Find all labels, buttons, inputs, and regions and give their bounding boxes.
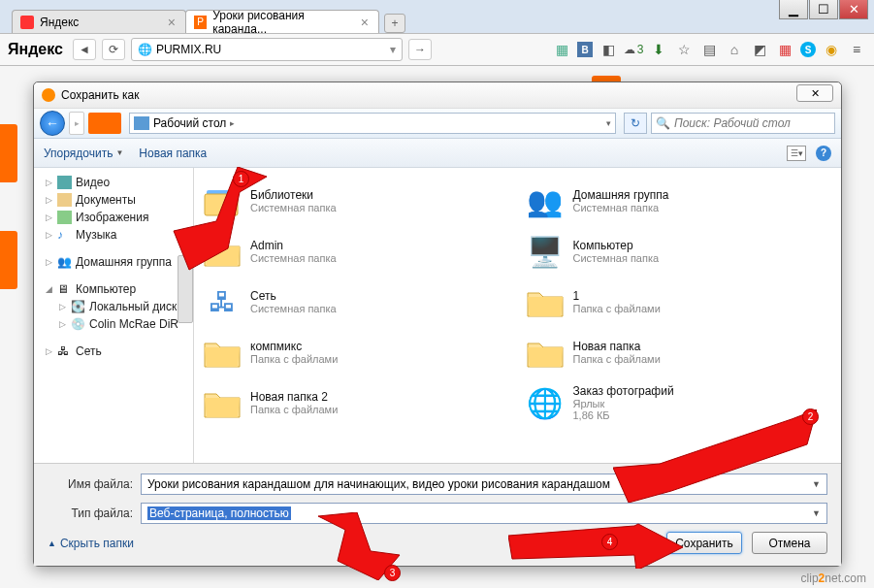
cancel-button[interactable]: Отмена	[752, 532, 827, 554]
firefox-icon	[42, 88, 55, 102]
purmix-favicon: P	[194, 16, 207, 29]
organize-button[interactable]: Упорядочить▼	[44, 147, 123, 160]
hide-folders-link[interactable]: ▲Скрыть папки	[48, 537, 134, 550]
new-folder-button[interactable]: Новая папка	[139, 147, 207, 160]
file-item[interactable]: 👥Домашняя группаСистемная папка	[523, 176, 836, 226]
home-icon[interactable]: ⌂	[725, 40, 744, 59]
filename-input[interactable]: Уроки рисования карандашом для начинающи…	[141, 474, 827, 495]
desktop-icon	[134, 116, 149, 130]
tree-item-video[interactable]: ▷Видео	[36, 174, 191, 191]
weather-icon[interactable]: ☁3	[624, 40, 643, 59]
yandex-logo[interactable]: Яндекс	[8, 41, 63, 58]
download-icon[interactable]: ⬇	[649, 40, 668, 59]
chevron-down-icon[interactable]: ▼	[812, 508, 821, 518]
nav-back-button[interactable]: ←	[40, 111, 65, 136]
chevron-down-icon[interactable]: ▼	[812, 479, 821, 489]
file-subtitle: Системная папка	[573, 252, 660, 264]
file-subtitle: Системная папка	[573, 202, 669, 213]
reload-button[interactable]: ⟳	[102, 39, 125, 60]
search-input[interactable]	[674, 116, 830, 130]
annotation-badge-3: 3	[384, 565, 401, 581]
new-tab-button[interactable]: +	[384, 14, 405, 33]
annotation-badge-2: 2	[802, 408, 819, 425]
ext-icon[interactable]: ◉	[822, 40, 841, 59]
tab-close-icon[interactable]: ×	[166, 15, 178, 30]
window-minimize[interactable]: ▁	[779, 0, 808, 19]
url-input[interactable]	[156, 43, 386, 56]
globe-icon: 🌐	[138, 43, 152, 56]
help-icon[interactable]: ?	[816, 146, 831, 161]
file-item[interactable]: 🖥️КомпьютерСистемная папка	[523, 226, 836, 277]
tree-item-documents[interactable]: ▷Документы	[36, 191, 191, 209]
ext-icon[interactable]: ▦	[552, 40, 571, 59]
dialog-close-button[interactable]: ✕	[796, 84, 833, 102]
filename-label: Имя файла:	[48, 477, 133, 491]
file-subtitle: Системная папка	[250, 252, 337, 264]
refresh-button[interactable]: ↻	[624, 113, 647, 134]
file-icon: 🖧	[202, 281, 243, 322]
file-icon	[202, 332, 243, 373]
skype-icon[interactable]: S	[800, 42, 816, 57]
dialog-bottom: Имя файла: Уроки рисования карандашом дл…	[34, 463, 841, 566]
tab-purmix[interactable]: P Уроки рисования каранда... ×	[185, 10, 379, 33]
window-close[interactable]: ✕	[839, 0, 868, 19]
tree-item-drive[interactable]: ▷💽Локальный диск	[36, 298, 191, 315]
breadcrumb-bar[interactable]: Рабочий стол ▸ ▾	[129, 113, 616, 134]
file-item[interactable]: AdminСистемная папка	[200, 226, 513, 277]
tree-item-drive[interactable]: ▷💿Colin McRae DiR	[36, 315, 191, 333]
bookmark-star-icon[interactable]: ☆	[674, 40, 694, 59]
file-name: Библиотеки	[250, 188, 337, 202]
search-box[interactable]: 🔍	[651, 113, 835, 134]
file-name: Новая папка 2	[250, 390, 338, 404]
tree-item-computer[interactable]: ◢🖥Компьютер	[36, 280, 191, 298]
file-list[interactable]: БиблиотекиСистемная папка👥Домашняя групп…	[194, 168, 841, 463]
tab-title: Уроки рисования каранда...	[212, 9, 353, 36]
file-name: 1	[573, 289, 661, 303]
file-name: Новая папка	[573, 340, 661, 353]
homegroup-icon: 👥	[57, 255, 72, 269]
tree-item-music[interactable]: ▷♪Музыка	[36, 226, 191, 244]
file-icon	[202, 180, 243, 221]
file-subtitle: Папка с файлами	[250, 353, 338, 365]
save-button[interactable]: Сохранить	[666, 532, 742, 554]
file-item[interactable]: 🖧СетьСистемная папка	[200, 277, 513, 327]
yandex-favicon	[20, 16, 34, 29]
tab-title: Яндекс	[40, 16, 79, 29]
file-icon: 🖥️	[525, 231, 566, 272]
file-item[interactable]: Новая папкаПапка с файлами	[523, 327, 836, 377]
chevron-down-icon[interactable]: ▾	[606, 118, 611, 128]
filetype-select[interactable]: Веб-страница, полностью ▼	[141, 503, 827, 524]
ext-icon[interactable]: ◩	[750, 40, 769, 59]
window-maximize[interactable]: ☐	[809, 0, 838, 19]
go-button[interactable]: →	[408, 39, 432, 60]
ext-icon[interactable]: ◧	[599, 40, 618, 59]
tab-close-icon[interactable]: ×	[359, 15, 371, 30]
address-bar[interactable]: 🌐 ▾	[131, 38, 403, 61]
vk-icon[interactable]: B	[577, 42, 593, 57]
address-bar-row: Яндекс ◄ ⟳ 🌐 ▾ → ▦ B ◧ ☁3 ⬇ ☆ ▤ ⌂ ◩ ▦ S …	[0, 33, 874, 66]
tree-scrollbar[interactable]	[178, 255, 193, 333]
file-icon	[525, 281, 566, 322]
tab-yandex[interactable]: Яндекс ×	[12, 10, 186, 33]
browser-tabstrip: Яндекс × P Уроки рисования каранда... × …	[12, 8, 767, 33]
calendar-icon[interactable]: ▦	[775, 40, 794, 59]
tree-item-network[interactable]: ▷🖧Сеть	[36, 343, 191, 360]
file-subtitle: Папка с файлами	[573, 353, 661, 365]
file-item[interactable]: 1Папка с файлами	[523, 277, 836, 327]
accent-bar	[88, 113, 121, 134]
file-icon	[202, 382, 243, 423]
dialog-titlebar[interactable]: Сохранить как ✕	[34, 82, 841, 108]
tree-item-homegroup[interactable]: ▷👥Домашняя группа	[36, 253, 191, 271]
view-mode-button[interactable]: ☰▾	[787, 146, 806, 161]
chevron-right-icon[interactable]: ▸	[230, 118, 235, 128]
file-item[interactable]: 🌐Заказ фотографийЯрлык1,86 КБ	[523, 377, 836, 428]
file-item[interactable]: компмиксПапка с файлами	[200, 327, 513, 377]
tree-item-images[interactable]: ▷Изображения	[36, 209, 191, 226]
menu-icon[interactable]: ≡	[847, 40, 866, 59]
ext-icon[interactable]: ▤	[699, 40, 719, 59]
filename-value: Уроки рисования карандашом для начинающи…	[147, 477, 610, 491]
back-button[interactable]: ◄	[73, 39, 96, 60]
disk-icon: 💽	[71, 300, 85, 313]
file-item[interactable]: Новая папка 2Папка с файлами	[200, 377, 513, 428]
nav-forward-button[interactable]: ▸	[69, 112, 84, 135]
